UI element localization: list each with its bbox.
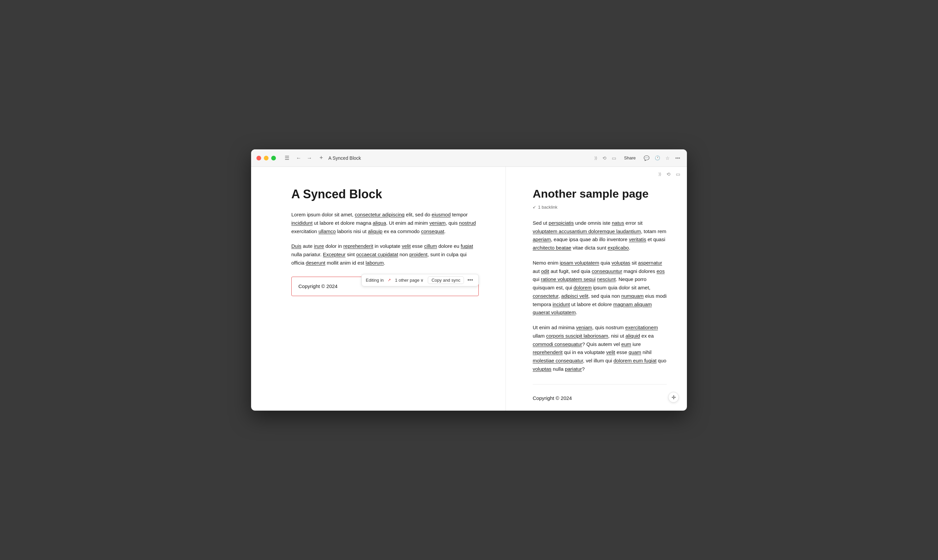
copy-and-sync-button[interactable]: Copy and sync [428,276,464,284]
right-paragraph-1: Sed ut perspiciatis unde omnis iste natu… [533,219,667,252]
content-area: A Synced Block Lorem ipsum dolor sit ame… [251,167,687,411]
add-block-button[interactable]: ✛ [668,392,679,403]
titlebar-nav: ← → [294,154,314,162]
sidebar-toggle-icon[interactable]: ☰ [283,154,291,162]
titlebar: ☰ ← → + A Synced Block ⟩⟩ ⟲ ▭ Share 💬 🕐 … [251,149,687,167]
left-page-title: A Synced Block [291,187,479,201]
sync-icon: ↗ [387,278,391,282]
minimize-button[interactable] [264,156,268,160]
left-panel: A Synced Block Lorem ipsum dolor sit ame… [251,167,506,411]
back-button[interactable]: ← [294,154,303,162]
right-paragraph-3: Ut enim ad minima veniam, quis nostrum e… [533,323,667,374]
synced-toolbar: Editing in ↗ 1 other page ∨ Copy and syn… [361,274,479,286]
backlink[interactable]: ↙ 1 backlink [533,205,667,210]
sidebar-right-icon[interactable]: ▭ [611,154,617,162]
lock-icon[interactable]: ⟲ [601,154,608,162]
right-copyright: Copyright © 2024 [533,395,667,401]
right-panel: ⟩⟩ ⟲ ▭ Another sample page ↙ 1 backlink … [506,167,687,411]
left-paragraph-2: Duis aute irure dolor in reprehenderit i… [291,242,479,267]
history-icon[interactable]: 🕐 [653,154,662,162]
section-divider [533,384,667,385]
action-icons: 💬 🕐 ☆ ••• [642,154,682,162]
close-button[interactable] [256,156,261,160]
forward-button[interactable]: → [305,154,314,162]
maximize-button[interactable] [271,156,276,160]
share-button[interactable]: Share [622,154,639,162]
right-toolbar-icons: ⟩⟩ ⟲ ▭ [593,154,617,162]
expand-panel-icon[interactable]: ⟩⟩ [657,171,662,178]
toolbar-more-button[interactable]: ••• [466,276,474,284]
right-page-title: Another sample page [533,187,667,201]
comment-icon[interactable]: 💬 [642,154,651,162]
titlebar-left: ☰ ← → + A Synced Block [256,154,593,162]
star-icon[interactable]: ☆ [664,154,671,162]
traffic-lights [256,156,276,160]
left-paragraph-1: Lorem ipsum dolor sit amet, consectetur … [291,211,479,235]
backlink-icon: ↙ [533,205,536,209]
page-title-tab: A Synced Block [329,155,361,161]
titlebar-right: ⟩⟩ ⟲ ▭ Share 💬 🕐 ☆ ••• [593,154,682,162]
right-paragraph-2: Nemo enim ipsam voluptatem quia voluptas… [533,259,667,317]
new-tab-button[interactable]: + [318,154,325,162]
pages-count-label: 1 other page [395,278,420,283]
synced-block-content: Copyright © 2024 [298,283,338,289]
lock-panel-icon[interactable]: ⟲ [665,170,672,178]
right-panel-toolbar: ⟩⟩ ⟲ ▭ [652,167,687,182]
plus-icon: ✛ [671,394,676,401]
expand-icon[interactable]: ⟩⟩ [593,154,599,162]
more-options-icon[interactable]: ••• [674,154,682,162]
editing-in-label: Editing in ↗ [366,278,391,283]
editing-in-text: Editing in [366,278,384,283]
app-window: ☰ ← → + A Synced Block ⟩⟩ ⟲ ▭ Share 💬 🕐 … [251,149,687,411]
backlink-count: 1 backlink [538,205,557,210]
sidebar-panel-icon[interactable]: ▭ [674,170,682,178]
other-pages-link[interactable]: 1 other page ∨ [393,277,426,283]
chevron-down-icon: ∨ [420,278,424,283]
